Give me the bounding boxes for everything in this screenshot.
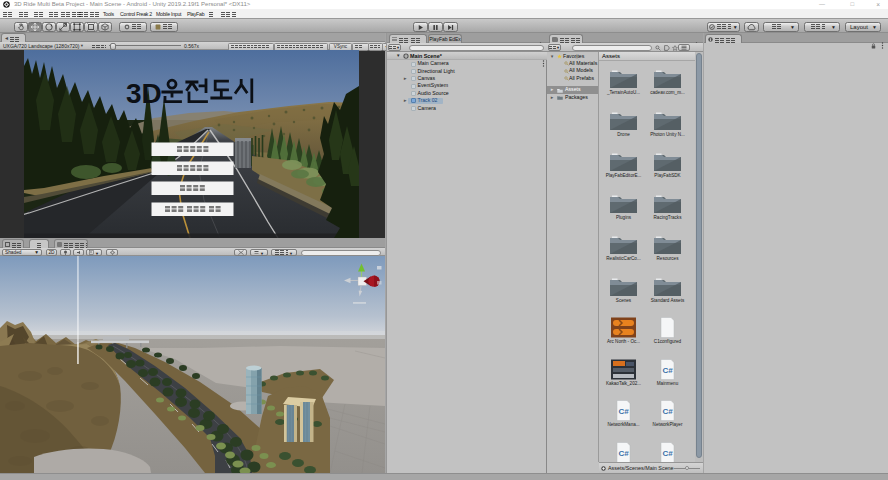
svg-text:C#: C# bbox=[662, 407, 673, 416]
svg-text:C#: C# bbox=[662, 449, 673, 458]
svg-text:3D: 3D bbox=[126, 78, 162, 109]
svg-text:C#: C# bbox=[662, 366, 673, 375]
svg-text:C#: C# bbox=[618, 449, 629, 458]
svg-text:C#: C# bbox=[618, 407, 629, 416]
